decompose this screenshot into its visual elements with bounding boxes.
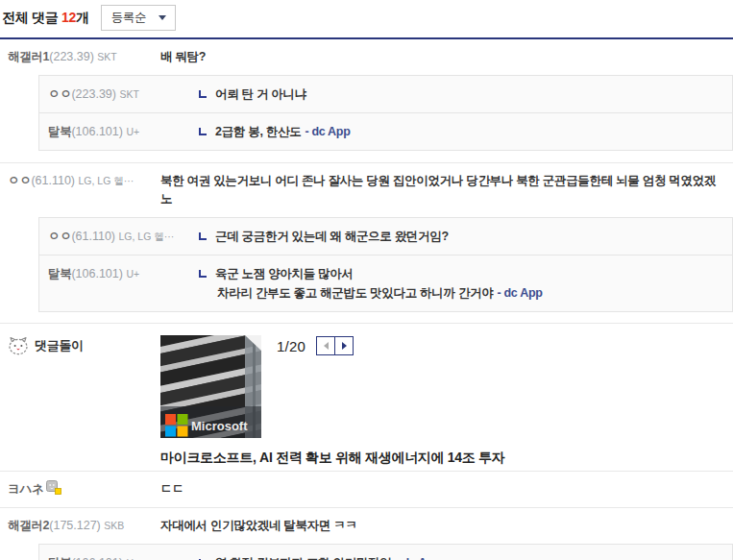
microsoft-logo-text: Microsoft	[191, 419, 248, 433]
reply-row: ㅇㅇ(61.110) LG, LG 헬··· 근데 궁금한거 있는데 왜 해군으…	[38, 217, 733, 256]
thumbnail-pager: 1/20	[277, 335, 354, 355]
author-ip: (106.101)	[71, 267, 123, 280]
author-nickname: 해갤러1	[8, 50, 49, 63]
reply-text: 어뢰 탄 거 아니냐	[199, 85, 732, 104]
reply-list: ㅇㅇ(223.39) SKT 어뢰 탄 거 아니냐 탈북(106.101) U+…	[38, 75, 733, 151]
reply-arrow-icon	[199, 128, 207, 135]
author-nickname: 탈북	[48, 125, 71, 138]
reply-text-content: 2급함 봉, 한산도	[215, 125, 301, 138]
author-ip: (106.101)	[71, 556, 123, 560]
pager-buttons	[316, 336, 354, 355]
author-nickname: ㅇㅇ	[8, 174, 31, 187]
author-ip: (61.110)	[31, 174, 75, 187]
author-nickname: 해갤러2	[8, 519, 49, 532]
comment-header: 전체 댓글 12개 등록순	[0, 0, 733, 39]
comment-thread: 해갤러2(175.127) SKB 자대에서 인기많았겠네 탈북자면 ㅋㅋ 탈북…	[0, 508, 733, 560]
prev-page-button[interactable]	[316, 336, 335, 355]
author-ip: (175.127)	[49, 519, 101, 532]
author-ip: (223.39)	[49, 50, 94, 63]
reply-author[interactable]: 탈북(106.101) U+	[39, 264, 199, 303]
reply-list: ㅇㅇ(61.110) LG, LG 헬··· 근데 궁금한거 있는데 왜 해군으…	[38, 217, 733, 312]
comment-bot-widget: 댓글돌이	[0, 324, 733, 472]
author-carrier: LG, LG 헬···	[119, 231, 175, 242]
author-nickname: 탈북	[48, 267, 71, 280]
author-carrier: SKT	[119, 88, 138, 100]
comment-author[interactable]: ヨハネ	[0, 480, 160, 499]
page-indicator: 1/20	[277, 338, 305, 354]
reply-author[interactable]: ㅇㅇ(223.39) SKT	[39, 85, 199, 104]
next-page-button[interactable]	[334, 336, 354, 355]
comment-count-number: 12	[61, 10, 76, 25]
comment-text: 북한 여권 있는거보니 어디 존나 잘사는 당원 집안이었거나 당간부나 북한 …	[160, 172, 733, 208]
author-ip: (61.110)	[71, 230, 115, 243]
author-carrier: SKT	[97, 51, 116, 62]
reply-author[interactable]: 탈북(106.101) U+	[39, 122, 199, 141]
reply-text-content: 옆 함정 간부까지 포함 인기만점임	[215, 556, 392, 560]
author-nickname: 탈북	[48, 556, 71, 560]
dc-app-tag: - dc App	[305, 125, 350, 138]
reply-text-content: 근데 궁금한거 있는데 왜 해군으로 왔던거임?	[215, 230, 449, 243]
comment-count-suffix: 개	[76, 10, 89, 25]
reply-list: 탈북(106.101) U+ 옆 함정 간부까지 포함 인기만점임- dc Ap…	[38, 544, 733, 560]
news-headline-link[interactable]: 마이크로소프트, AI 전력 확보 위해 재생에너지에 14조 투자	[160, 449, 733, 467]
author-carrier: LG, LG 헬···	[79, 175, 134, 186]
news-thumbnail-image[interactable]: Microsoft	[160, 335, 261, 438]
comment-text: 배 뭐탐?	[160, 48, 733, 66]
author-ip: (223.39)	[71, 87, 116, 101]
reply-arrow-icon	[199, 90, 207, 98]
comment-bot-label: 댓글돌이	[0, 335, 160, 356]
comment-row: 해갤러1(223.39) SKT 배 뭐탐?	[0, 39, 733, 75]
reply-arrow-icon	[199, 270, 207, 278]
reply-row: 탈북(106.101) U+ 옆 함정 간부까지 포함 인기만점임- dc Ap…	[38, 544, 733, 560]
reply-text-content: 육군 노잼 양아치들 많아서	[215, 267, 354, 280]
comment-bot-body: Microsoft 1/20 마이크로소프트, AI 전력 확보 위해 재생에너…	[160, 335, 733, 467]
comment-row: 해갤러2(175.127) SKB 자대에서 인기많았겠네 탈북자면 ㅋㅋ	[0, 508, 733, 544]
author-nickname: ヨハネ	[8, 482, 43, 496]
reply-arrow-icon	[199, 232, 207, 240]
dc-app-tag: - dc App	[497, 286, 542, 300]
comment-row: ヨハネ ㄷㄷ	[0, 472, 733, 507]
author-carrier: U+	[126, 268, 139, 280]
reply-author[interactable]: 탈북(106.101) U+	[39, 553, 199, 560]
cat-face-icon	[8, 336, 29, 355]
chevron-down-icon	[159, 15, 166, 20]
author-ip: (106.101)	[71, 125, 123, 138]
arrow-right-icon	[342, 342, 347, 350]
reply-text: 육군 노잼 양아치들 많아서 차라리 간부도 좋고 해군밥도 맛있다고 하니까 …	[199, 264, 732, 303]
comment-row: ㅇㅇ(61.110) LG, LG 헬··· 북한 여권 있는거보니 어디 존나…	[0, 163, 733, 217]
reply-text-content: 어뢰 탄 거 아니냐	[215, 87, 306, 101]
reply-row: 탈북(106.101) U+ 2급함 봉, 한산도- dc App	[38, 113, 733, 151]
reply-text-line2: 차라리 간부도 좋고 해군밥도 맛있다고 하니까 간거야- dc App	[217, 283, 726, 303]
reply-text-line1: 육군 노잼 양아치들 많아서	[199, 264, 726, 283]
spacer	[0, 312, 733, 323]
comment-author[interactable]: 해갤러2(175.127) SKB	[0, 517, 160, 535]
reply-row: 탈북(106.101) U+ 육군 노잼 양아치들 많아서 차라리 간부도 좋고…	[38, 256, 733, 312]
comment-thread: ヨハネ ㄷㄷ	[0, 472, 733, 508]
reply-row: ㅇㅇ(223.39) SKT 어뢰 탄 거 아니냐	[38, 75, 733, 113]
comment-section: 전체 댓글 12개 등록순 해갤러1(223.39) SKT 배 뭐탐? ㅇㅇ(…	[0, 0, 733, 560]
comment-count-prefix: 전체 댓글	[2, 10, 58, 25]
comment-author[interactable]: ㅇㅇ(61.110) LG, LG 헬···	[0, 172, 160, 208]
comment-thread: ㅇㅇ(61.110) LG, LG 헬··· 북한 여권 있는거보니 어디 존나…	[0, 163, 733, 324]
comment-text: ㄷㄷ	[160, 480, 733, 499]
gallog-badge-icon[interactable]	[46, 480, 61, 495]
dc-app-tag: - dc App	[396, 556, 441, 560]
author-nickname: ㅇㅇ	[48, 87, 71, 101]
comment-count-title: 전체 댓글 12개	[2, 10, 89, 27]
reply-text: 근데 궁금한거 있는데 왜 해군으로 왔던거임?	[199, 227, 732, 246]
comment-author[interactable]: 해갤러1(223.39) SKT	[0, 48, 160, 66]
reply-author[interactable]: ㅇㅇ(61.110) LG, LG 헬···	[39, 227, 199, 246]
reply-text: 2급함 봉, 한산도- dc App	[199, 122, 732, 141]
sort-dropdown-label: 등록순	[111, 10, 147, 26]
comment-bot-name: 댓글돌이	[35, 337, 84, 354]
author-nickname: ㅇㅇ	[48, 230, 71, 243]
comment-text: 자대에서 인기많았겠네 탈북자면 ㅋㅋ	[160, 517, 733, 535]
sort-dropdown[interactable]: 등록순	[101, 5, 177, 31]
reply-text: 옆 함정 간부까지 포함 인기만점임- dc App	[199, 553, 732, 560]
comment-thread: 해갤러1(223.39) SKT 배 뭐탐? ㅇㅇ(223.39) SKT 어뢰…	[0, 39, 733, 163]
reply-text-content: 차라리 간부도 좋고 해군밥도 맛있다고 하니까 간거야	[217, 286, 493, 300]
arrow-left-icon	[324, 342, 329, 350]
author-carrier: SKB	[104, 520, 124, 531]
author-carrier: U+	[126, 126, 139, 137]
